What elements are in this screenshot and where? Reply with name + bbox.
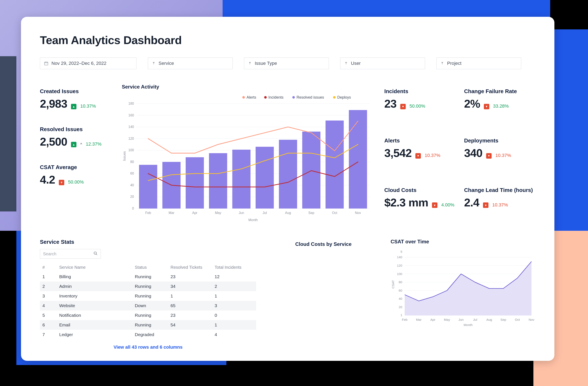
svg-point-51 <box>94 252 97 254</box>
cell-incidents: 4 <box>212 330 256 339</box>
filter-icon <box>152 61 156 65</box>
issue-type-filter[interactable]: Issue Type <box>244 58 329 69</box>
svg-text:May: May <box>444 318 450 321</box>
cell-resolved: 65 <box>168 301 212 310</box>
svg-text:140: 140 <box>397 255 402 259</box>
svg-text:80: 80 <box>399 280 402 284</box>
cell-incidents: 3 <box>212 301 256 310</box>
stat-created-issues: Created Issues 2,983 ▴ 10.37% <box>40 88 111 110</box>
svg-text:Oct: Oct <box>332 211 337 215</box>
cell-status: Down <box>132 301 168 310</box>
svg-text:80: 80 <box>130 160 134 164</box>
stat-value: 340 <box>464 146 482 159</box>
page-background: Team Analytics Dashboard Nov 29, 2022–De… <box>0 0 588 386</box>
svg-text:120: 120 <box>397 264 402 267</box>
table-row[interactable]: 2AdminRunning342 <box>40 282 256 291</box>
svg-text:Aug: Aug <box>486 318 492 321</box>
svg-text:Feb: Feb <box>145 211 151 215</box>
stat-label: Incidents <box>384 88 456 95</box>
svg-text:Jun: Jun <box>459 318 464 321</box>
svg-text:20: 20 <box>130 195 134 198</box>
svg-text:120: 120 <box>128 137 134 140</box>
svg-rect-23 <box>186 157 204 209</box>
stat-delta: 10.37% <box>80 103 96 109</box>
stat-value: $2.3 mm <box>384 196 428 209</box>
cell-incidents: 1 <box>212 291 256 301</box>
view-all-link[interactable]: View all 43 rows and 6 columns <box>114 345 183 350</box>
stat-value: 2% <box>464 97 480 110</box>
stat-csat-average: CSAT Average 4.2 ▾ 50.00% <box>40 164 111 186</box>
svg-text:20: 20 <box>399 305 402 309</box>
table-row[interactable]: 3InventoryRunning11 <box>40 291 256 301</box>
service-filter[interactable]: Service <box>148 58 233 69</box>
trend-down-icon: ▾ <box>486 153 492 159</box>
stat-value: 2,500 <box>40 135 67 148</box>
trend-up-icon: ▴ <box>71 142 76 147</box>
stat-resolved-issues: Resolved Issues 2,500 ▴ ^ 12.37% <box>40 126 111 148</box>
cell-resolved: 23 <box>168 272 212 282</box>
service-stats-table: # Service Name Status Resolved Tickets T… <box>40 263 256 339</box>
trend-down-icon: ▾ <box>59 180 64 185</box>
search-input[interactable]: Search <box>40 249 101 259</box>
filter-label: Issue Type <box>255 61 277 66</box>
date-range-picker[interactable]: Nov 29, 2022–Dec 6, 2022 <box>40 58 136 69</box>
table-row[interactable]: 7LedgerDegraded4 <box>40 330 256 339</box>
stat-label: Cloud Costs <box>384 187 456 193</box>
svg-text:Apr: Apr <box>430 318 435 321</box>
table-row[interactable]: 5NotificationRunning230 <box>40 310 256 320</box>
filter-bar: Nov 29, 2022–Dec 6, 2022 Service Issue T… <box>40 58 536 69</box>
cell-status: Running <box>132 282 168 291</box>
cell-resolved: 54 <box>168 320 212 330</box>
service-activity-chart: Service Activity 02040608010012014016018… <box>122 84 374 224</box>
stat-value: 4.2 <box>40 173 55 186</box>
user-filter[interactable]: User <box>340 58 425 69</box>
stat-value: 23 <box>384 97 397 110</box>
stat-label: Deployments <box>464 137 536 144</box>
table-row[interactable]: 4WebsiteDown653 <box>40 301 256 310</box>
cell-service-name: Email <box>57 320 132 330</box>
svg-text:60: 60 <box>399 289 402 292</box>
svg-text:Apr: Apr <box>192 211 198 215</box>
svg-text:Feb: Feb <box>402 318 407 321</box>
table-row[interactable]: 6EmailRunning541 <box>40 320 256 330</box>
svg-text:Issues: Issues <box>123 151 126 161</box>
cell-incidents: 2 <box>212 282 256 291</box>
cell-service-name: Ledger <box>57 330 132 339</box>
cell-incidents: 0 <box>212 310 256 320</box>
cell-status: Degraded <box>132 330 168 339</box>
cell-index: 7 <box>40 330 57 339</box>
cell-service-name: Billing <box>57 272 132 282</box>
cell-status: Running <box>132 272 168 282</box>
section-title: Cloud Costs by Service <box>269 241 378 247</box>
svg-text:Month: Month <box>249 218 258 222</box>
svg-text:Aug: Aug <box>285 211 291 215</box>
svg-rect-27 <box>279 140 297 209</box>
cell-index: 5 <box>40 310 57 320</box>
date-range-value: Nov 29, 2022–Dec 6, 2022 <box>51 61 106 66</box>
cell-service-name: Inventory <box>57 291 132 301</box>
cell-resolved: 23 <box>168 310 212 320</box>
stat-value: 3,542 <box>384 146 412 159</box>
cell-status: Running <box>132 310 168 320</box>
decorative-rect <box>0 56 16 212</box>
project-filter[interactable]: Project <box>436 58 521 69</box>
left-stats-column: Created Issues 2,983 ▴ 10.37% Resolved I… <box>40 84 111 224</box>
svg-text:1: 1 <box>400 313 402 317</box>
svg-text:May: May <box>215 211 221 215</box>
cell-service-name: Website <box>57 301 132 310</box>
svg-text:180: 180 <box>128 102 134 105</box>
table-row[interactable]: 1BillingRunning2312 <box>40 272 256 282</box>
svg-text:100: 100 <box>128 148 134 152</box>
cell-index: 6 <box>40 320 57 330</box>
trend-down-icon: ▾ <box>432 202 438 208</box>
stat-value: 2,983 <box>40 97 67 110</box>
stat-label: Change Failure Rate <box>464 88 536 95</box>
svg-text:Resolved issues: Resolved issues <box>296 95 324 99</box>
cell-index: 4 <box>40 301 57 310</box>
col-resolved-tickets: Resolved Tickets <box>168 263 212 272</box>
trend-down-icon: ▾ <box>415 153 421 159</box>
section-title: CSAT over Time <box>391 239 536 245</box>
filter-icon <box>344 61 348 65</box>
svg-point-49 <box>333 96 336 99</box>
cell-service-name: Admin <box>57 282 132 291</box>
